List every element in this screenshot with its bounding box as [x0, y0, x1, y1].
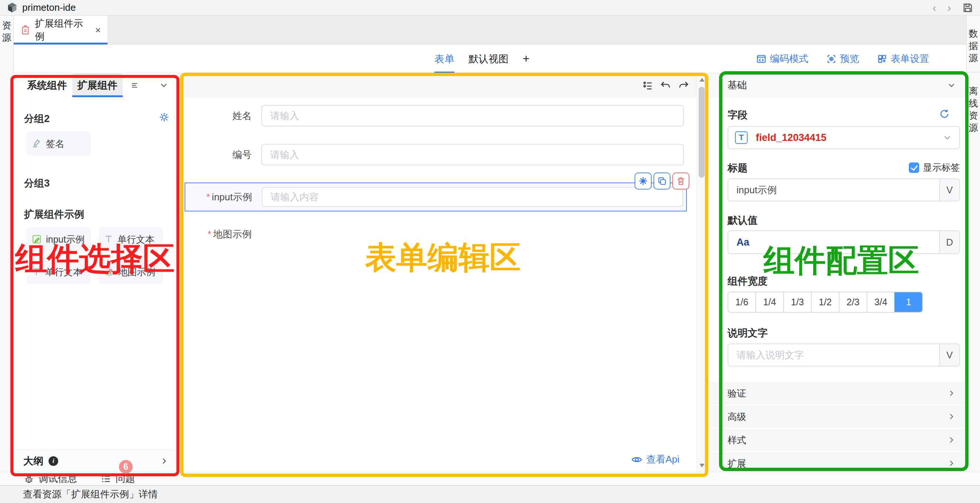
section-extension[interactable]: 扩展: [707, 452, 967, 472]
width-option[interactable]: 1/2: [811, 292, 839, 312]
code-mode-button[interactable]: 编码模式: [756, 52, 808, 65]
app-title: primeton-ide: [22, 2, 76, 13]
map-icon: [103, 266, 115, 278]
add-view-button[interactable]: +: [523, 45, 530, 73]
form-settings-icon: [877, 54, 887, 64]
section-style[interactable]: 样式: [707, 429, 967, 451]
chevron-right-icon: [947, 435, 956, 445]
section-basic-header[interactable]: 基础: [707, 73, 967, 97]
view-api-link[interactable]: 查看Api: [631, 453, 679, 466]
tab-default-view[interactable]: 默认视图: [468, 45, 509, 73]
panel-menu-icon[interactable]: [130, 81, 139, 90]
tab-system-components[interactable]: 系统组件: [22, 73, 72, 97]
component-item-single-text[interactable]: 单行文本: [99, 227, 163, 251]
offline-resources-strip[interactable]: 离线资源: [967, 72, 980, 134]
nav-back-button[interactable]: ‹: [932, 2, 936, 13]
scroll-up-arrow[interactable]: [699, 78, 705, 81]
field-select[interactable]: T field_12034415: [728, 126, 960, 149]
width-option[interactable]: 1/4: [756, 292, 783, 312]
chevron-down-icon: [947, 80, 956, 90]
list-icon: [101, 474, 111, 484]
panel-collapse-icon[interactable]: [159, 80, 169, 91]
canvas-scrollbar[interactable]: [697, 73, 707, 472]
row-settings-button[interactable]: [635, 172, 652, 190]
info-icon: i: [49, 456, 58, 466]
chevron-right-icon: [947, 458, 956, 468]
scrollbar-thumb[interactable]: [699, 87, 705, 178]
component-item-input-demo[interactable]: input示例: [26, 227, 91, 251]
title-bar: primeton-ide ‹ ›: [0, 0, 980, 16]
signature-pen-icon: [31, 138, 42, 149]
editor-toolbar: 表单 默认视图 + 编码模式 预览 表单设置: [14, 45, 966, 73]
default-value-text[interactable]: Aa: [728, 231, 939, 253]
text-t-icon: [31, 267, 41, 277]
group-title[interactable]: 分组3: [24, 177, 50, 190]
name-input[interactable]: [261, 105, 684, 126]
document-tab[interactable]: 扩展组件示例 ×: [14, 16, 108, 45]
code-input[interactable]: [261, 144, 684, 165]
title-input[interactable]: [728, 179, 939, 201]
tab-form[interactable]: 表单: [434, 45, 454, 73]
form-row-code[interactable]: 编号: [185, 144, 684, 165]
required-asterisk: *: [208, 228, 211, 240]
save-icon[interactable]: [962, 2, 973, 13]
show-label-option[interactable]: 显示标签: [909, 161, 960, 174]
refresh-icon[interactable]: [939, 108, 950, 120]
scroll-down-arrow[interactable]: [699, 464, 705, 467]
toolbar-actions: 编码模式 预览 表单设置: [756, 45, 929, 73]
form-row-input-demo-selected[interactable]: *input示例: [185, 182, 687, 211]
redo-icon[interactable]: [678, 80, 689, 91]
nav-forward-button[interactable]: ›: [947, 2, 951, 13]
form-row-map-demo[interactable]: *地图示例: [185, 228, 261, 241]
outline-footer[interactable]: 大纲 i: [14, 450, 179, 472]
problems-button[interactable]: 问题: [101, 472, 135, 485]
section-validation[interactable]: 验证: [707, 382, 967, 404]
trash-icon: [676, 176, 686, 186]
section-advanced[interactable]: 高级: [707, 406, 967, 428]
row-delete-button[interactable]: [672, 172, 689, 190]
group-title[interactable]: 分组2: [24, 112, 50, 125]
data-addon-button[interactable]: D: [939, 231, 959, 253]
field-label: 姓名: [185, 109, 261, 122]
chevron-down-icon: [942, 133, 953, 143]
width-option[interactable]: 1/3: [783, 292, 811, 312]
width-option-selected[interactable]: 1: [894, 292, 922, 312]
input-pencil-icon: [31, 234, 42, 245]
selected-row-actions: [635, 172, 689, 190]
undo-icon[interactable]: [660, 80, 671, 91]
width-option[interactable]: 3/4: [867, 292, 894, 312]
code-mode-icon: [756, 54, 767, 64]
input-demo-input[interactable]: [262, 187, 683, 207]
title-input-group: V: [728, 179, 960, 201]
preview-icon: [826, 54, 837, 64]
width-option[interactable]: 2/3: [839, 292, 867, 312]
group-settings-gear-icon[interactable]: [159, 112, 169, 122]
description-input[interactable]: [728, 344, 939, 366]
datasource-strip[interactable]: 数据源: [967, 16, 980, 72]
document-tab-bar: 扩展组件示例 ×: [14, 16, 966, 45]
form-settings-button[interactable]: 表单设置: [877, 52, 929, 65]
config-panel: 基础 字段 T field_12034415 标题 显示标签 V 默认值 A: [707, 73, 967, 472]
app-logo-icon: [7, 2, 18, 13]
component-item-signature[interactable]: 签名: [26, 131, 91, 156]
canvas-tools: [642, 73, 689, 98]
preview-button[interactable]: 预览: [826, 52, 859, 65]
variable-addon-button[interactable]: V: [939, 179, 959, 201]
debug-info-button[interactable]: 调试信息: [24, 472, 77, 485]
row-duplicate-button[interactable]: [654, 172, 670, 190]
tab-close-icon[interactable]: ×: [95, 24, 101, 36]
resources-strip[interactable]: 资源: [0, 16, 14, 472]
field-label: 编号: [185, 149, 261, 161]
tab-extension-components[interactable]: 扩展组件: [72, 73, 123, 97]
component-item-map-demo[interactable]: 地图示例: [99, 260, 163, 284]
checkbox-checked-icon[interactable]: [909, 163, 919, 173]
width-option[interactable]: 1/6: [728, 292, 756, 312]
variable-addon-button[interactable]: V: [939, 344, 959, 366]
form-row-name[interactable]: 姓名: [185, 105, 684, 126]
component-item-single-text[interactable]: 单行文本: [26, 260, 91, 284]
text-t-icon: [103, 234, 114, 244]
group-title[interactable]: 扩展组件示例: [24, 208, 84, 221]
chevron-right-icon[interactable]: [159, 456, 169, 466]
status-text: 查看资源「扩展组件示例」详情: [23, 488, 158, 501]
outline-tree-icon[interactable]: [642, 80, 654, 91]
